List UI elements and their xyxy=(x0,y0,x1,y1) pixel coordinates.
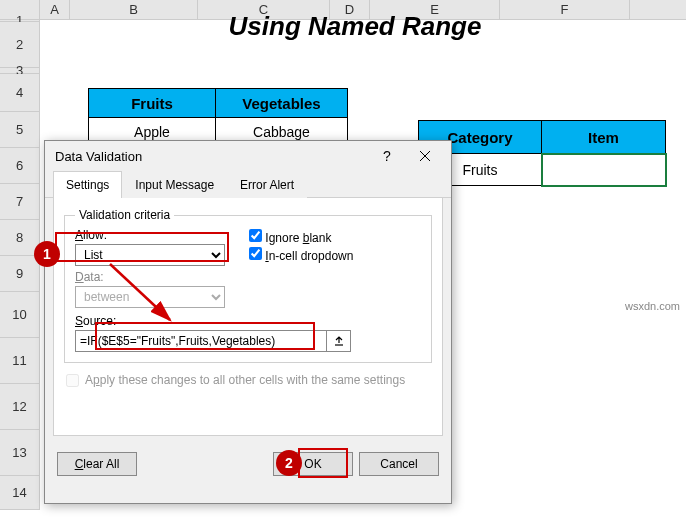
validation-criteria-legend: Validation criteria xyxy=(75,208,174,222)
watermark: wsxdn.com xyxy=(625,300,680,312)
ignore-blank-checkbox[interactable]: Ignore blank xyxy=(249,229,353,245)
row-header-9[interactable]: 9 xyxy=(0,256,40,292)
source-label: Source: xyxy=(75,314,421,328)
settings-panel: Validation criteria Allow: List Ignore b… xyxy=(53,198,443,436)
tab-input-message[interactable]: Input Message xyxy=(122,171,227,198)
row-header-11[interactable]: 11 xyxy=(0,338,40,384)
row-header-2[interactable]: 2 xyxy=(0,22,40,68)
data-select: between xyxy=(75,286,225,308)
category-item-table: Category Item Fruits xyxy=(418,120,666,186)
row-header-7[interactable]: 7 xyxy=(0,184,40,220)
close-icon xyxy=(419,150,431,162)
row-header-5[interactable]: 5 xyxy=(0,112,40,148)
tab-settings[interactable]: Settings xyxy=(53,171,122,198)
row-header-14[interactable]: 14 xyxy=(0,476,40,510)
fruits-vegetables-table: Fruits Vegetables Apple Cabbage xyxy=(88,88,348,146)
row-header-12[interactable]: 12 xyxy=(0,384,40,430)
clear-all-button[interactable]: Clear All xyxy=(57,452,137,476)
data-validation-dialog: Data Validation ? Settings Input Message… xyxy=(44,140,452,504)
dialog-footer: Clear All OK Cancel xyxy=(45,436,451,476)
dialog-title: Data Validation xyxy=(55,149,369,164)
dialog-tabs: Settings Input Message Error Alert xyxy=(45,171,451,198)
tab-error-alert[interactable]: Error Alert xyxy=(227,171,307,198)
step-badge-1: 1 xyxy=(34,241,60,267)
table1-header-vegetables[interactable]: Vegetables xyxy=(216,88,348,118)
cancel-button[interactable]: Cancel xyxy=(359,452,439,476)
refedit-icon xyxy=(333,335,345,347)
allow-select[interactable]: List xyxy=(75,244,225,266)
collapse-dialog-button[interactable] xyxy=(327,330,351,352)
table2-header-item[interactable]: Item xyxy=(542,120,666,154)
table1-header-fruits[interactable]: Fruits xyxy=(88,88,216,118)
apply-all-checkbox: Apply these changes to all other cells w… xyxy=(66,373,432,387)
dialog-titlebar[interactable]: Data Validation ? xyxy=(45,141,451,171)
step-badge-2: 2 xyxy=(276,450,302,476)
incell-dropdown-checkbox[interactable]: In-cell dropdown xyxy=(249,247,353,263)
row-header-13[interactable]: 13 xyxy=(0,430,40,476)
apply-all-label: Apply these changes to all other cells w… xyxy=(85,373,405,387)
row-header-10[interactable]: 10 xyxy=(0,292,40,338)
help-button[interactable]: ? xyxy=(369,143,405,169)
close-button[interactable] xyxy=(405,143,445,169)
table2-cell-f5[interactable] xyxy=(542,154,666,186)
validation-criteria-fieldset: Validation criteria Allow: List Ignore b… xyxy=(64,208,432,363)
page-title: Using Named Range xyxy=(40,4,670,48)
row-header-6[interactable]: 6 xyxy=(0,148,40,184)
row-header-4[interactable]: 4 xyxy=(0,74,40,112)
allow-label: Allow: xyxy=(75,228,225,242)
data-label: Data: xyxy=(75,270,421,284)
source-input[interactable] xyxy=(75,330,327,352)
